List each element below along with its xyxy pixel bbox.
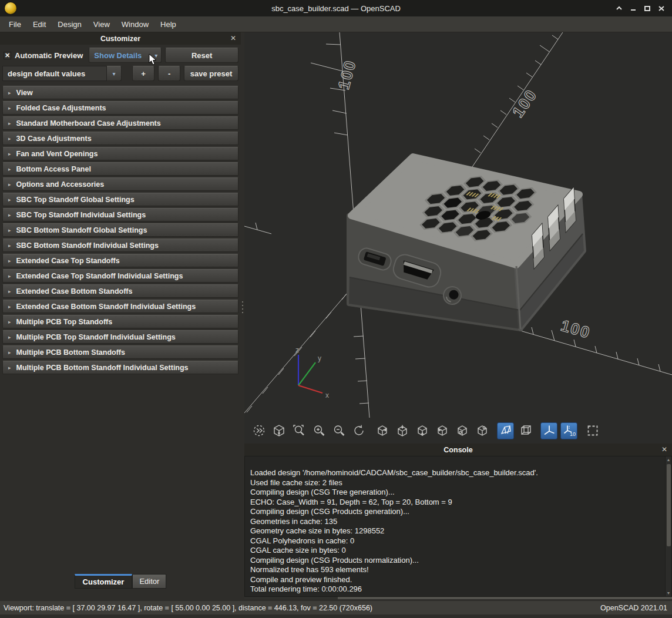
section-sbc-bottom-individual[interactable]: ▸SBC Bottom Standoff Individual Settings: [2, 239, 238, 252]
shade-window-icon[interactable]: [614, 4, 624, 13]
reset-view-button[interactable]: [350, 422, 367, 439]
section-bottom-access[interactable]: ▸Bottom Access Panel: [2, 162, 238, 176]
svg-text:x: x: [325, 391, 329, 399]
menu-design[interactable]: Design: [52, 18, 86, 31]
customizer-close-icon[interactable]: ✕: [230, 33, 236, 43]
section-multi-pcb-bottom-individual[interactable]: ▸Multiple PCB Bottom Standoff Individual…: [2, 361, 238, 374]
viewport-3d[interactable]: 100 100 100: [244, 32, 672, 444]
reset-button[interactable]: Reset: [165, 48, 238, 63]
console-line: Used file cache size: 2 files: [250, 478, 661, 488]
scroll-up-icon[interactable]: ▲: [666, 456, 671, 463]
section-sbc-bottom-global[interactable]: ▸SBC Bottom Standoff Global Settings: [2, 223, 238, 237]
chevron-down-icon: ▾: [154, 52, 157, 59]
chevron-right-icon: ▸: [8, 227, 11, 233]
chevron-right-icon: ▸: [8, 197, 11, 203]
section-ext-bottom-standoffs[interactable]: ▸Extended Case Bottom Standoffs: [2, 284, 238, 298]
section-sbc-top-global[interactable]: ▸SBC Top Standoff Global Settings: [2, 193, 238, 206]
view-all-button[interactable]: [270, 422, 287, 439]
chevron-right-icon: ▸: [8, 212, 11, 218]
viewport-status-text: Viewport: translate = [ 37.00 29.97 16.4…: [0, 604, 372, 612]
section-ext-top-individual[interactable]: ▸Extended Case Top Standoff Individual S…: [2, 269, 238, 283]
chevron-right-icon: ▸: [8, 304, 11, 310]
customizer-title: Customizer: [100, 35, 140, 43]
console-panel: Console ✕ Loaded design '/home/hominoid/…: [244, 444, 672, 599]
console-line: Normalized tree has 593 elements!: [250, 565, 661, 575]
section-sbc-top-individual[interactable]: ▸SBC Top Standoff Individual Settings: [2, 208, 238, 221]
console-line: CGAL cache size in bytes: 0: [250, 546, 661, 556]
view-perspective-button[interactable]: [497, 422, 514, 439]
maximize-icon[interactable]: [643, 4, 652, 13]
view-orthogonal-button[interactable]: [517, 422, 534, 439]
console-line: Compiling design (CSG Products generatio…: [250, 507, 661, 517]
section-multi-pcb-top[interactable]: ▸Multiple PCB Top Standoffs: [2, 315, 238, 328]
view-bottom-button[interactable]: [414, 422, 431, 439]
svg-text:10: 10: [570, 431, 576, 437]
section-folded-case[interactable]: ▸Folded Case Adjustments: [2, 101, 238, 115]
svg-text:z: z: [295, 346, 299, 354]
section-ext-top-standoffs[interactable]: ▸Extended Case Top Standoffs: [2, 254, 238, 267]
console-scrollbar[interactable]: ▲ ▼: [665, 456, 671, 596]
svg-text:y: y: [318, 354, 321, 362]
section-fan-vent[interactable]: ▸Fan and Vent Openings: [2, 147, 238, 160]
window-title: sbc_case_builder.scad — OpenSCAD: [0, 4, 672, 13]
chevron-right-icon: ▸: [8, 334, 11, 340]
section-standard-motherboard[interactable]: ▸Standard Motherboard Case Adjustments: [2, 116, 238, 130]
section-multi-pcb-bottom[interactable]: ▸Multiple PCB Bottom Standoffs: [2, 345, 238, 359]
view-top-button[interactable]: [394, 422, 411, 439]
scroll-down-icon[interactable]: ▼: [666, 590, 671, 596]
minimize-icon[interactable]: [629, 4, 638, 13]
console-line: Compiling design (CSG Tree generation)..…: [250, 488, 661, 498]
view-scale-markers-button[interactable]: 10: [560, 422, 577, 439]
console-line: Total rendering time: 0:00:00.296: [250, 585, 661, 595]
menu-view[interactable]: View: [88, 18, 115, 31]
preset-combobox[interactable]: design default values ▾: [2, 66, 122, 81]
section-multi-pcb-top-individual[interactable]: ▸Multiple PCB Top Standoff Individual Se…: [2, 330, 238, 344]
console-line: Geometries in cache: 135: [250, 517, 661, 527]
chevron-right-icon: ▸: [8, 243, 11, 248]
view-front-button[interactable]: [453, 422, 471, 439]
view-crosshairs-button[interactable]: [584, 422, 601, 439]
view-right-button[interactable]: [374, 422, 391, 439]
console-output: Loaded design '/home/hominoid/CADCAM/sbc…: [244, 456, 672, 597]
section-3d-case[interactable]: ▸3D Case Adjustments: [2, 132, 238, 145]
remove-preset-button[interactable]: -: [158, 66, 180, 81]
view-back-button[interactable]: [473, 422, 490, 439]
chevron-right-icon: ▸: [8, 136, 11, 142]
titlebar: sbc_case_builder.scad — OpenSCAD: [0, 0, 672, 16]
view-left-button[interactable]: [434, 422, 451, 439]
save-preset-button[interactable]: save preset: [184, 66, 238, 81]
console-hscrollbar[interactable]: [244, 597, 672, 599]
close-window-icon[interactable]: [657, 4, 666, 13]
automatic-preview-label: Automatic Preview: [15, 51, 83, 60]
tab-editor[interactable]: Editor: [132, 574, 166, 589]
automatic-preview-checkbox[interactable]: ✕: [4, 52, 11, 59]
zoom-in-button[interactable]: [310, 422, 327, 439]
chevron-right-icon: ▸: [8, 365, 11, 371]
chevron-right-icon: ▸: [8, 105, 11, 111]
openscad-window: sbc_case_builder.scad — OpenSCAD File Ed…: [0, 0, 672, 618]
console-line: Loaded design '/home/hominoid/CADCAM/sbc…: [250, 468, 661, 478]
console-title: Console: [443, 446, 472, 454]
section-ext-bottom-individual[interactable]: ▸Extended Case Bottom Standoff Individua…: [2, 300, 238, 313]
tab-customizer[interactable]: Customizer: [75, 574, 133, 589]
scrollbar-thumb[interactable]: [667, 464, 671, 546]
chevron-down-icon: ▾: [112, 70, 115, 77]
section-view[interactable]: ▸View: [2, 86, 238, 99]
zoom-out-button[interactable]: [330, 422, 347, 439]
view-axes-button[interactable]: [540, 422, 557, 439]
menu-window[interactable]: Window: [116, 18, 154, 31]
console-close-icon[interactable]: ✕: [661, 445, 667, 454]
zoom-all-button[interactable]: [250, 422, 267, 439]
zoom-fit-button[interactable]: [290, 422, 307, 439]
details-dropdown[interactable]: Show Details ▾: [89, 48, 162, 63]
menu-file[interactable]: File: [4, 18, 26, 31]
chevron-right-icon: ▸: [8, 166, 11, 172]
section-options-accessories[interactable]: ▸Options and Accessories: [2, 177, 238, 191]
chevron-right-icon: ▸: [8, 120, 11, 126]
chevron-right-icon: ▸: [8, 182, 11, 187]
menu-edit[interactable]: Edit: [28, 18, 51, 31]
chevron-right-icon: ▸: [8, 350, 11, 355]
add-preset-button[interactable]: +: [132, 66, 154, 81]
menu-help[interactable]: Help: [155, 18, 182, 31]
menubar: File Edit Design View Window Help: [0, 16, 672, 32]
